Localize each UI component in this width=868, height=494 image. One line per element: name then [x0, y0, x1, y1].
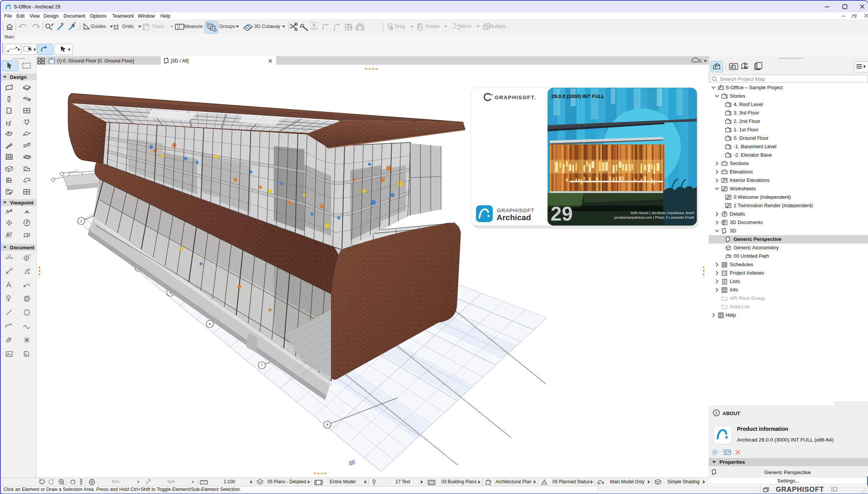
svg-text:8: 8: [326, 423, 328, 427]
svg-text:1.2: 1.2: [28, 254, 31, 257]
svg-text:A1: A1: [26, 283, 30, 286]
svg-text:1: 1: [8, 296, 9, 299]
svg-text:jacobsenarquitetura.com | Phot: jacobsenarquitetura.com | Photo: © Leona…: [614, 216, 694, 219]
svg-text:Archicad: Archicad: [497, 213, 531, 222]
svg-text:α: α: [28, 268, 30, 271]
svg-text:MJE House | Jacobsen Arquitetu: MJE House | Jacobsen Arquitetura, Brazil: [631, 211, 694, 215]
svg-text:12: 12: [177, 26, 180, 29]
svg-text:GRAPHISOFT: GRAPHISOFT: [497, 208, 535, 213]
svg-text:6: 6: [209, 322, 211, 326]
svg-text:29.0.0 (3000) INT FULL: 29.0.0 (3000) INT FULL: [551, 93, 605, 99]
svg-text:7: 7: [261, 363, 263, 367]
svg-text:1: 1: [80, 219, 82, 223]
svg-text:GRAPHISOFT.: GRAPHISOFT.: [495, 95, 536, 100]
svg-text:29: 29: [551, 203, 573, 225]
svg-text:1.2: 1.2: [10, 267, 13, 270]
svg-text:1.2: 1.2: [7, 254, 11, 257]
